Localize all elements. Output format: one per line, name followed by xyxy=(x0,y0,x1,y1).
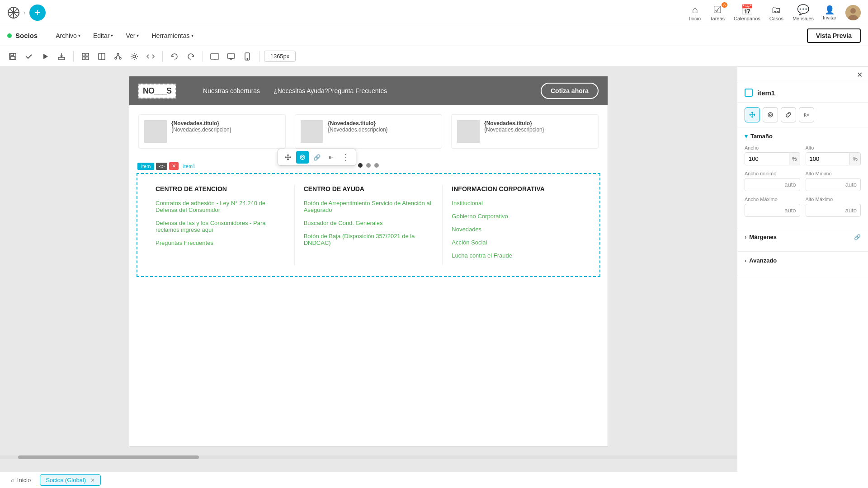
bottom-tab-socios[interactable]: Socios (Global) ✕ xyxy=(40,474,101,486)
footer-col-2-title: CENTRO DE AYUDA xyxy=(304,185,434,192)
panel-tab-responsive[interactable]: R∞ xyxy=(799,107,814,122)
menu-ver[interactable]: Ver ▾ xyxy=(120,32,144,39)
menu-archivo[interactable]: Archivo ▾ xyxy=(50,32,86,39)
menu-herramientas[interactable]: Herramientas ▾ xyxy=(146,32,198,39)
news-thumb-1 xyxy=(144,120,167,143)
panel-alto-max-value[interactable]: auto xyxy=(806,204,861,217)
footer-link-2-0[interactable]: Botón de Arrepentimiento Servicio de Ate… xyxy=(304,200,434,213)
panel-ancho-input[interactable] xyxy=(745,153,789,165)
panel-tabs: R∞ xyxy=(737,103,868,127)
footer-link-2-2[interactable]: Botón de Baja (Disposición 357/2021 de l… xyxy=(304,233,434,246)
float-more-button[interactable]: ⋮ xyxy=(340,151,352,164)
footer-link-3-3[interactable]: Acción Social xyxy=(452,239,581,246)
carousel-dot-3[interactable] xyxy=(374,163,379,168)
panel-ancho-max-value[interactable]: auto xyxy=(745,204,800,217)
news-text-3: {Novedades.titulo} {Novedades.descripcio… xyxy=(484,120,544,133)
footer-link-1-0[interactable]: Contratos de adhesión - Ley N° 24.240 de… xyxy=(156,200,285,213)
vista-previa-button[interactable]: Vista Previa xyxy=(807,28,861,43)
nav-mensajes-label: Mensajes xyxy=(793,16,814,21)
settings-button[interactable] xyxy=(127,49,142,64)
panel-close-button[interactable]: ✕ xyxy=(857,70,863,79)
canvas-hscrollthumb[interactable] xyxy=(18,455,199,459)
float-responsive-button[interactable]: R∞ xyxy=(325,151,338,164)
save-button[interactable] xyxy=(5,49,20,64)
socios-tab-label: Socios (Global) xyxy=(46,477,86,483)
svg-rect-13 xyxy=(82,53,85,56)
nav-inicio[interactable]: ⌂ Inicio xyxy=(689,4,701,21)
mobile-button[interactable] xyxy=(240,49,255,64)
panel-tab-link[interactable] xyxy=(781,107,796,122)
chevron-down-icon: ▾ xyxy=(191,33,193,38)
item-tag-bar: Item <> ✕ item1 xyxy=(137,162,195,170)
nav-calendarios[interactable]: 📅 Calendarios xyxy=(734,4,760,21)
desktop-button[interactable] xyxy=(224,49,238,64)
panel-ancho-min-value[interactable]: auto xyxy=(745,178,800,191)
item1-label: item1 xyxy=(183,164,195,169)
panel-ancho-min-field: Ancho mínimo auto xyxy=(745,171,800,191)
nav-invitar[interactable]: 👤 Invitar xyxy=(823,5,836,20)
add-button[interactable]: + xyxy=(29,5,46,21)
nav-casos[interactable]: 🗂 Casos xyxy=(769,4,783,21)
nav-ayuda[interactable]: ¿Necesitas Ayuda?Pregunta Frecuentes xyxy=(274,87,387,94)
carousel-dot-2[interactable] xyxy=(366,163,371,168)
footer-link-3-1[interactable]: Gobierno Corporativo xyxy=(452,213,581,220)
canvas-area[interactable]: NO___S Nuestras coberturas ¿Necesitas Ay… xyxy=(0,67,737,488)
float-style-button[interactable] xyxy=(296,151,309,164)
footer-link-1-1[interactable]: Defensa de las y los Consumidores - Para… xyxy=(156,220,285,233)
redo-button[interactable] xyxy=(184,49,198,64)
menu-bar-left: Socios Archivo ▾ Editar ▾ Ver ▾ Herramie… xyxy=(7,32,199,39)
footer-link-3-0[interactable]: Institucional xyxy=(452,200,581,206)
play-button[interactable] xyxy=(38,49,52,64)
footer-link-3-2[interactable]: Novedades xyxy=(452,226,581,233)
float-link-button[interactable]: 🔗 xyxy=(311,151,323,164)
project-status-dot xyxy=(7,33,12,38)
news-card-3: {Novedades.titulo} {Novedades.descripcio… xyxy=(451,114,599,149)
float-move-button[interactable] xyxy=(282,151,294,164)
panel-tab-move[interactable] xyxy=(745,107,760,122)
layers-button[interactable] xyxy=(94,49,109,64)
panel-item-checkbox[interactable] xyxy=(745,89,753,97)
user-avatar[interactable] xyxy=(845,5,861,20)
socios-tab-close[interactable]: ✕ xyxy=(90,477,95,483)
chevron-right-icon: › xyxy=(745,234,746,240)
menu-editar[interactable]: Editar ▾ xyxy=(88,32,119,39)
nav-mensajes[interactable]: 💬 Mensajes xyxy=(793,4,814,21)
check-button[interactable] xyxy=(22,49,36,64)
canvas-hscrollbar[interactable] xyxy=(0,455,737,459)
panel-alto-input-row: % xyxy=(806,152,861,165)
breadcrumb-arrow: › xyxy=(24,9,26,16)
footer-col-1: CENTRO DE ATENCION Contratos de adhesión… xyxy=(146,185,295,265)
upload-button[interactable] xyxy=(54,49,69,64)
panel-tab-style[interactable] xyxy=(763,107,778,122)
panel-margenes-title: › Márgenes 🔗 xyxy=(745,234,861,240)
svg-point-33 xyxy=(302,156,303,158)
panel-ancho-min-label: Ancho mínimo xyxy=(745,171,800,176)
menu-bar: Socios Archivo ▾ Editar ▾ Ver ▾ Herramie… xyxy=(0,25,868,46)
item-code-tag[interactable]: <> xyxy=(156,163,167,170)
app-logo[interactable] xyxy=(7,6,20,19)
footer-link-3-4[interactable]: Lucha contra el Fraude xyxy=(452,252,581,259)
code-button[interactable] xyxy=(143,49,158,64)
undo-button[interactable] xyxy=(167,49,182,64)
svg-point-20 xyxy=(115,57,117,59)
grid-button[interactable] xyxy=(78,49,93,64)
chevron-down-icon: ▾ xyxy=(111,33,113,38)
item-close-tag[interactable]: ✕ xyxy=(169,162,179,170)
tree-button[interactable] xyxy=(111,49,125,64)
cotiza-button[interactable]: Cotiza ahora xyxy=(541,83,599,99)
item-tag[interactable]: Item xyxy=(137,163,154,170)
nav-coberturas[interactable]: Nuestras coberturas xyxy=(203,87,260,94)
carousel-dot-1[interactable] xyxy=(358,163,363,168)
svg-point-21 xyxy=(119,57,121,59)
footer-columns: CENTRO DE ATENCION Contratos de adhesión… xyxy=(137,174,599,276)
panel-alto-input[interactable] xyxy=(806,153,850,165)
canvas-size-display: 1365px xyxy=(264,51,296,62)
bottom-tab-inicio[interactable]: ⌂ Inicio xyxy=(5,475,36,485)
footer-link-2-1[interactable]: Buscador de Cond. Generales xyxy=(304,220,434,226)
news-card-2: {Novedades.titulo} {Novedades.descripcio… xyxy=(295,114,442,149)
right-panel: ✕ item1 R∞ xyxy=(737,67,868,488)
desktop-wide-button[interactable] xyxy=(208,49,222,64)
footer-link-1-2[interactable]: Preguntas Frecuentes xyxy=(156,239,285,246)
nav-tareas[interactable]: ☑ 3 Tareas xyxy=(710,4,725,21)
panel-alto-min-value[interactable]: auto xyxy=(806,178,861,191)
